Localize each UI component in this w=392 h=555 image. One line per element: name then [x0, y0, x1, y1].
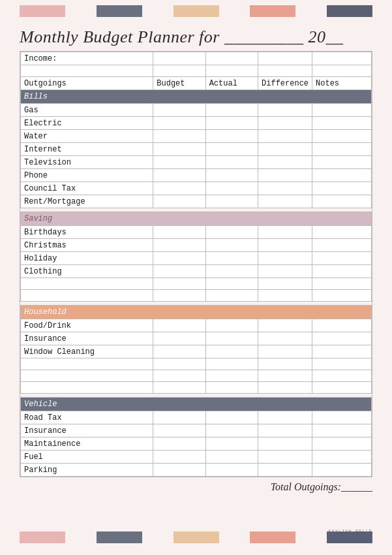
deco-block-b4 [250, 531, 295, 543]
table-row: Television [21, 156, 372, 169]
item-phone: Phone [21, 169, 153, 182]
col-header-difference: Difference [258, 77, 312, 90]
income-label: Income: [21, 52, 153, 65]
col-header-budget: Budget [153, 77, 205, 90]
category-vehicle-label: Vehicle [21, 398, 372, 411]
item-maintainence: Maintainence [21, 437, 153, 451]
table-row: Gas [21, 104, 372, 117]
column-headers-row: Outgoings Budget Actual Difference Notes [21, 77, 372, 90]
item-window-cleaning: Window Cleaning [21, 345, 153, 358]
deco-block-4 [250, 5, 295, 17]
table-row: Internet [21, 143, 372, 156]
deco-block-2 [97, 5, 142, 17]
item-birthdays: Birthdays [21, 226, 153, 239]
category-household-row: Household [21, 306, 372, 319]
item-road-tax: Road Tax [21, 411, 153, 424]
deco-block-5 [327, 5, 372, 17]
deco-block-b2 [97, 531, 142, 543]
table-row: Window Cleaning [21, 345, 372, 358]
total-label: Total Outgoings:______ [271, 481, 372, 493]
budget-table: Income: Outgoings Budget Actual Differen… [20, 52, 372, 477]
item-clothing: Clothing [21, 265, 153, 278]
table-row: Food/Drink [21, 319, 372, 332]
table-row [21, 278, 372, 290]
page-title: Monthly Budget Planner for _________ 20_… [20, 27, 343, 46]
deco-block-b3 [173, 531, 219, 543]
income-row: Income: [21, 52, 372, 65]
deco-bottom [0, 528, 392, 547]
title-area: Monthly Budget Planner for _________ 20_… [0, 22, 392, 51]
col-header-outgoings: Outgoings [21, 77, 153, 90]
table-row: Insurance [21, 332, 372, 345]
table-row: Insurance [21, 424, 372, 437]
item-rent: Rent/Mortgage [21, 195, 153, 208]
income-empty-row [21, 65, 372, 77]
item-fuel: Fuel [21, 451, 153, 464]
category-saving-label: Saving [21, 212, 372, 226]
deco-block-b1 [20, 531, 65, 543]
category-saving-row: Saving [21, 212, 372, 226]
table-row: Phone [21, 169, 372, 182]
item-water: Water [21, 130, 153, 143]
table-row [21, 370, 372, 382]
category-household-label: Household [21, 306, 372, 319]
item-food-drink: Food/Drink [21, 319, 153, 332]
deco-block-3 [173, 5, 219, 17]
table-row: Water [21, 130, 372, 143]
category-vehicle-row: Vehicle [21, 398, 372, 411]
item-parking: Parking [21, 464, 153, 477]
table-row: Parking [21, 464, 372, 477]
deco-top [0, 0, 392, 22]
deco-block-b5 [327, 531, 372, 543]
deco-block-1 [20, 5, 65, 17]
table-row: Fuel [21, 451, 372, 464]
table-row: Birthdays [21, 226, 372, 239]
table-row: Rent/Mortgage [21, 195, 372, 208]
item-television: Television [21, 156, 153, 169]
item-council-tax: Council Tax [21, 182, 153, 195]
table-row [21, 382, 372, 394]
col-header-actual: Actual [205, 77, 258, 90]
table-row [21, 358, 372, 370]
item-gas: Gas [21, 104, 153, 117]
item-holiday: Holiday [21, 252, 153, 265]
table-row: Maintainence [21, 437, 372, 451]
category-bills-row: Bills [21, 90, 372, 104]
item-internet: Internet [21, 143, 153, 156]
item-electric: Electric [21, 117, 153, 130]
category-bills-label: Bills [21, 90, 372, 104]
col-header-notes: Notes [312, 77, 372, 90]
item-christmas: Christmas [21, 239, 153, 252]
table-row: Christmas [21, 239, 372, 252]
budget-table-wrapper: Income: Outgoings Budget Actual Differen… [20, 51, 372, 477]
table-row: Electric [21, 117, 372, 130]
table-row: Holiday [21, 252, 372, 265]
item-insurance-v: Insurance [21, 424, 153, 437]
item-insurance-hh: Insurance [21, 332, 153, 345]
table-row: Council Tax [21, 182, 372, 195]
table-row [21, 290, 372, 302]
table-row: Clothing [21, 265, 372, 278]
table-row: Road Tax [21, 411, 372, 424]
total-area: Total Outgoings:______ [0, 477, 392, 497]
